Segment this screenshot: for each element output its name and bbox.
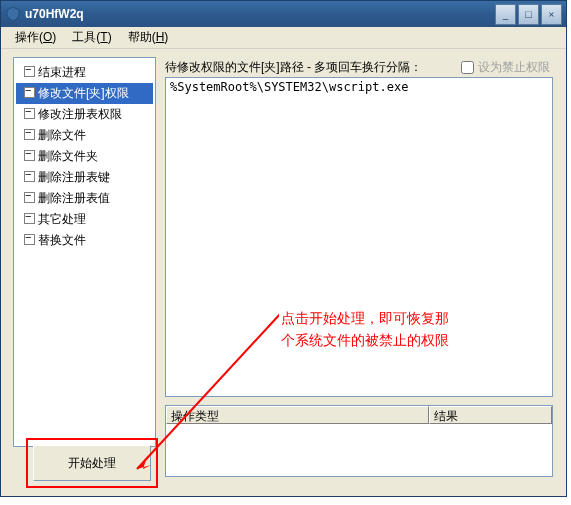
tree-item[interactable]: 删除注册表键 [16, 167, 153, 188]
minimize-button[interactable]: _ [495, 4, 516, 25]
window-buttons: _ □ × [495, 4, 562, 25]
window-title: u70HfW2q [25, 7, 495, 21]
tree-item[interactable]: 其它处理 [16, 209, 153, 230]
deny-permission-input[interactable] [461, 61, 474, 74]
tree-item[interactable]: 删除注册表值 [16, 188, 153, 209]
start-button[interactable]: 开始处理 [33, 445, 151, 481]
menubar: 操作(O) 工具(T) 帮助(H) [1, 27, 566, 49]
tree-item[interactable]: 修改文件[夹]权限 [16, 83, 153, 104]
col-result[interactable]: 结果 [429, 406, 552, 424]
titlebar: u70HfW2q _ □ × [1, 1, 566, 27]
tree-item[interactable]: 结束进程 [16, 62, 153, 83]
tree-item[interactable]: 修改注册表权限 [16, 104, 153, 125]
menu-operations[interactable]: 操作(O) [7, 27, 64, 48]
app-window: u70HfW2q _ □ × 操作(O) 工具(T) 帮助(H) 结束进程修改文… [0, 0, 567, 497]
maximize-button[interactable]: □ [518, 4, 539, 25]
menu-tools[interactable]: 工具(T) [64, 27, 119, 48]
action-tree: 结束进程修改文件[夹]权限修改注册表权限删除文件删除文件夹删除注册表键删除注册表… [13, 57, 156, 447]
deny-permission-checkbox[interactable]: 设为禁止权限 [461, 59, 550, 76]
tree-item[interactable]: 删除文件 [16, 125, 153, 146]
deny-permission-label: 设为禁止权限 [478, 59, 550, 76]
annotation-text: 点击开始处理，即可恢复那个系统文件的被禁止的权限 [279, 305, 455, 375]
close-button[interactable]: × [541, 4, 562, 25]
paths-label: 待修改权限的文件[夹]路径 - 多项回车换行分隔： [165, 59, 422, 76]
tree-item[interactable]: 替换文件 [16, 230, 153, 251]
result-table: 操作类型 结果 [165, 405, 553, 477]
app-icon [5, 6, 21, 22]
menu-help[interactable]: 帮助(H) [120, 27, 177, 48]
client-area: 结束进程修改文件[夹]权限修改注册表权限删除文件删除文件夹删除注册表键删除注册表… [1, 49, 566, 496]
tree-item[interactable]: 删除文件夹 [16, 146, 153, 167]
col-operation-type[interactable]: 操作类型 [166, 406, 429, 424]
table-header: 操作类型 结果 [166, 406, 552, 424]
